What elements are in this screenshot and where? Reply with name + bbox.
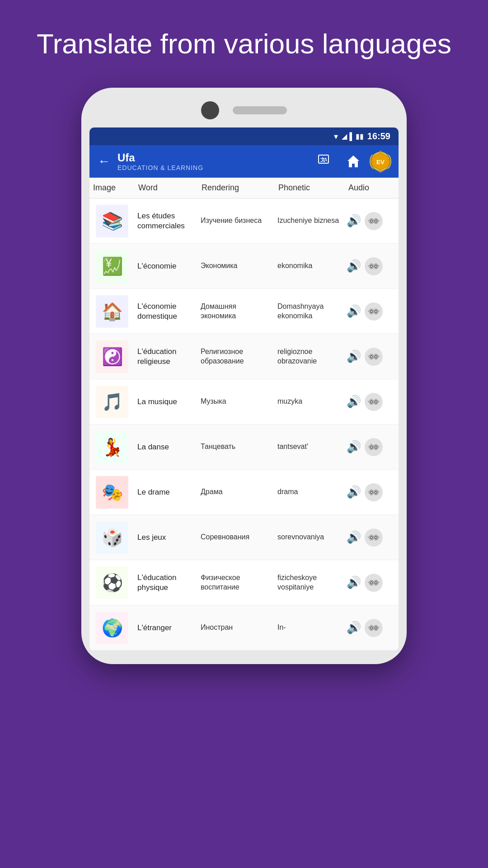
table-row: 💹 L'économie Экономика ekonomika 🔊 [89, 244, 399, 289]
svg-point-81 [371, 627, 372, 628]
svg-point-42 [375, 401, 377, 402]
earpiece-speaker [233, 106, 287, 114]
audio-speaker-button-0[interactable]: 🔊 [347, 214, 361, 228]
audio-speaker-button-1[interactable]: 🔊 [347, 259, 361, 273]
table-row: ☯️ L'éducation religieuse Религиозное об… [89, 334, 399, 379]
cell-rendering-8: Физическое воспитание [198, 573, 275, 592]
cell-image-0: 📚 [89, 203, 135, 239]
header-phonetic: Phonetic [275, 183, 345, 193]
svg-point-17 [371, 265, 372, 267]
word-image-4: 🎵 [96, 386, 128, 418]
owl-button-8[interactable] [365, 574, 383, 592]
status-icons: ▾ ◢▐ ▮▮ 16:59 [334, 131, 391, 142]
audio-speaker-button-6[interactable]: 🔊 [347, 485, 361, 499]
wifi-icon: ▾ [334, 132, 338, 142]
svg-point-9 [371, 220, 372, 222]
owl-button-0[interactable] [365, 212, 383, 230]
cell-word-9: L'étranger [135, 623, 198, 633]
cell-audio-8: 🔊 [345, 574, 399, 592]
svg-point-74 [375, 582, 377, 583]
audio-speaker-button-5[interactable]: 🔊 [347, 440, 361, 454]
cell-phonetic-1: ekonomika [275, 261, 345, 271]
word-image-1: 💹 [96, 250, 128, 283]
svg-line-43 [368, 401, 369, 402]
cell-phonetic-6: drama [275, 487, 345, 497]
header-audio: Audio [345, 183, 399, 193]
svg-point-18 [375, 265, 377, 267]
audio-speaker-button-7[interactable]: 🔊 [347, 530, 361, 544]
back-button[interactable]: ← [98, 154, 110, 169]
svg-line-44 [378, 401, 380, 402]
owl-button-3[interactable] [365, 348, 383, 366]
cell-audio-4: 🔊 [345, 393, 399, 411]
owl-icon-6 [368, 487, 380, 497]
svg-line-12 [378, 220, 380, 221]
svg-line-11 [368, 220, 369, 221]
table-row: 📚 Les études commerciales Изучение бизне… [89, 198, 399, 244]
audio-speaker-button-3[interactable]: 🔊 [347, 349, 361, 363]
svg-line-59 [368, 491, 369, 492]
cell-image-1: 💹 [89, 248, 135, 284]
svg-line-51 [368, 446, 369, 447]
audio-speaker-button-9[interactable]: 🔊 [347, 621, 361, 635]
svg-line-83 [368, 627, 369, 628]
owl-icon-0 [368, 216, 380, 226]
table-row: 🎭 Le drame Драма drama 🔊 [89, 470, 399, 515]
audio-speaker-button-4[interactable]: 🔊 [347, 395, 361, 409]
app-subtitle: EDUCATION & LEARNING [117, 164, 309, 171]
cell-word-0: Les études commerciales [135, 211, 198, 231]
owl-icon-4 [368, 397, 380, 407]
front-camera [201, 101, 219, 119]
ev-shield-icon: EV [371, 151, 390, 171]
cell-word-7: Les jeux [135, 533, 198, 542]
word-image-0: 📚 [96, 205, 128, 237]
phone-mockup: ▾ ◢▐ ▮▮ 16:59 ← Ufa EDUCATION & LEARNING… [81, 88, 407, 664]
cell-phonetic-4: muzyka [275, 397, 345, 406]
app-bar: ← Ufa EDUCATION & LEARNING 文 A [89, 145, 399, 178]
word-image-2: 🏠 [96, 295, 128, 328]
cell-audio-0: 🔊 [345, 212, 399, 230]
owl-button-7[interactable] [365, 528, 383, 547]
svg-point-26 [375, 311, 377, 312]
owl-button-9[interactable] [365, 619, 383, 637]
word-image-8: ⚽ [96, 566, 128, 599]
cell-word-4: La musique [135, 397, 198, 407]
header-word: Word [135, 183, 198, 193]
table-row: ⚽ L'éducation physique Физическое воспит… [89, 560, 399, 605]
header-rendering: Rendering [198, 183, 275, 193]
cell-audio-9: 🔊 [345, 619, 399, 637]
owl-icon-2 [368, 307, 380, 316]
app-bar-title: Ufa EDUCATION & LEARNING [117, 151, 309, 171]
cell-phonetic-0: Izucheniye biznesa [275, 216, 345, 226]
svg-line-35 [368, 356, 369, 357]
table-body: 📚 Les études commerciales Изучение бизне… [89, 198, 399, 651]
audio-speaker-button-8[interactable]: 🔊 [347, 576, 361, 590]
word-image-9: 🌍 [96, 612, 128, 644]
word-image-5: 💃 [96, 431, 128, 463]
cell-rendering-2: Домашняя экономика [198, 302, 275, 321]
cell-audio-2: 🔊 [345, 302, 399, 321]
cell-rendering-6: Драма [198, 487, 275, 497]
table-row: 🎵 La musique Музыка muzyka 🔊 [89, 379, 399, 425]
svg-line-84 [378, 627, 380, 628]
ev-button[interactable]: EV [371, 151, 390, 171]
svg-text:A: A [324, 157, 328, 162]
owl-button-5[interactable] [365, 438, 383, 456]
owl-button-1[interactable] [365, 257, 383, 275]
cell-image-4: 🎵 [89, 384, 135, 420]
word-image-3: ☯️ [96, 340, 128, 373]
svg-point-34 [375, 356, 377, 357]
home-button[interactable] [343, 151, 363, 171]
svg-line-36 [378, 356, 380, 357]
svg-line-52 [378, 446, 380, 447]
cell-word-1: L'économie [135, 261, 198, 271]
owl-button-4[interactable] [365, 393, 383, 411]
svg-line-60 [378, 491, 380, 492]
owl-button-6[interactable] [365, 483, 383, 501]
audio-speaker-button-2[interactable]: 🔊 [347, 304, 361, 318]
translate-button[interactable]: 文 A [316, 151, 336, 171]
table-row: 💃 La danse Танцевать tantsevat' 🔊 [89, 425, 399, 470]
owl-button-2[interactable] [365, 302, 383, 321]
owl-icon-5 [368, 442, 380, 452]
cell-rendering-3: Религиозное образование [198, 347, 275, 366]
